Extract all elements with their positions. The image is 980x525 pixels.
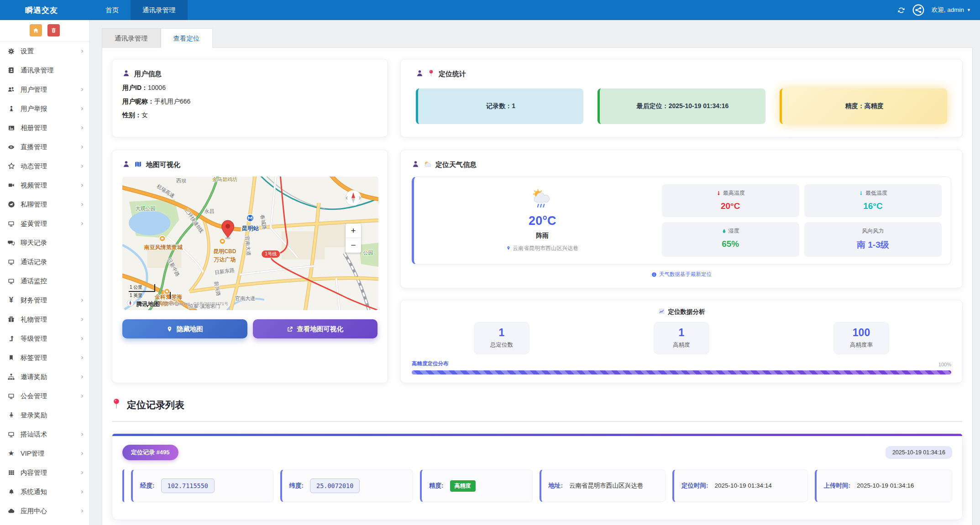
sidebar-item[interactable]: 聊天记录 bbox=[0, 233, 89, 252]
sidebar-item[interactable]: 应用中心› bbox=[0, 501, 89, 520]
sidebar-item[interactable]: 内容管理› bbox=[0, 463, 89, 482]
tab-panel: 用户信息 用户ID：10006用户昵称：手机用户666性别：女 定位统计 记录数… bbox=[102, 47, 973, 525]
map-label: 西坝 bbox=[176, 177, 186, 184]
chevron-right-icon: › bbox=[81, 507, 84, 515]
sidebar-item-label: 视频管理 bbox=[21, 181, 78, 190]
view-map-visualization-button[interactable]: 查看地图可视化 bbox=[253, 319, 378, 338]
chevron-right-icon: › bbox=[81, 373, 84, 381]
map[interactable]: 西坝金马碧鸡坊杭瑞高速永昌大观公园二环快速B线春城路昆明站南亚风情第壹城官南大道… bbox=[122, 177, 378, 310]
analysis-tile: 100高精度率 bbox=[833, 322, 889, 354]
weather-card: 定位天气信息 20°C 阵雨 云南省昆明市西山区兴达巷 最高温度20 bbox=[400, 150, 963, 288]
sidebar-item-label: 用户举报 bbox=[21, 104, 78, 113]
sidebar-item[interactable]: 鉴黄管理› bbox=[0, 214, 89, 233]
sidebar-item[interactable]: 等级管理› bbox=[0, 329, 89, 348]
location-record-card: 定位记录 #495 2025-10-19 01:34:16 经度:102.711… bbox=[112, 433, 963, 520]
sidebar-item[interactable]: 动态管理› bbox=[0, 156, 89, 176]
sidebar-item[interactable]: 私聊管理› bbox=[0, 195, 89, 214]
sidebar-item[interactable]: 通讯录管理 bbox=[0, 61, 89, 80]
zoom-out-button[interactable]: − bbox=[346, 238, 361, 253]
map-label: 大观公园 bbox=[135, 205, 155, 212]
chevron-right-icon: › bbox=[81, 181, 84, 189]
sidebar-item-label: 通话监控 bbox=[21, 277, 84, 286]
field-value: 102.7115550 bbox=[161, 478, 215, 493]
sidebar-item-label: 公会管理 bbox=[21, 392, 78, 400]
bell-icon bbox=[6, 488, 16, 496]
map-label: 金马碧鸡坊 bbox=[212, 177, 237, 182]
refresh-icon[interactable] bbox=[897, 6, 905, 14]
tab-contacts[interactable]: 通讯录管理 bbox=[102, 28, 161, 48]
record-field: 经度:102.7115550 bbox=[131, 469, 273, 502]
send-icon bbox=[6, 201, 16, 208]
sidebar-item[interactable]: 用户举报› bbox=[0, 99, 89, 118]
sidebar-item-label: 邀请奖励 bbox=[21, 373, 78, 381]
avatar[interactable] bbox=[912, 4, 924, 16]
weather-tile: 最低温度16°C bbox=[804, 184, 942, 217]
trash-button[interactable] bbox=[47, 24, 60, 36]
records-section-title: 定位记录列表 bbox=[112, 398, 963, 411]
record-field: 上传时间:2025-10-19 01:34:16 bbox=[815, 469, 953, 502]
level-up-icon bbox=[6, 335, 16, 343]
sidebar-item[interactable]: 登录奖励 bbox=[0, 405, 89, 425]
map-attribution: 腾讯地图 ©2025 Tencent - GS号(2023)1171号 bbox=[127, 300, 228, 308]
address-book-icon bbox=[6, 67, 16, 74]
card-title: 定位天气信息 bbox=[435, 161, 477, 169]
sidebar-item[interactable]: 相册管理› bbox=[0, 118, 89, 137]
map-card: 地图可视化 bbox=[112, 150, 388, 383]
sidebar-item[interactable]: 通话监控 bbox=[0, 271, 89, 291]
sidebar-item[interactable]: 搭讪话术› bbox=[0, 425, 89, 444]
card-title: 用户信息 bbox=[134, 70, 162, 78]
external-link-icon bbox=[287, 326, 293, 332]
hide-map-button[interactable]: 隐藏地图 bbox=[122, 319, 247, 338]
droplet-icon bbox=[722, 228, 727, 234]
zoom-in-button[interactable]: + bbox=[346, 224, 361, 238]
field-value: 高精度 bbox=[450, 480, 476, 492]
video-icon bbox=[6, 182, 16, 189]
sidebar-item-label: VIP管理 bbox=[21, 449, 78, 458]
child-icon bbox=[6, 411, 16, 419]
sidebar-item[interactable]: 视频管理› bbox=[0, 176, 89, 195]
user-info-row: 用户昵称：手机用户666 bbox=[122, 98, 377, 106]
sidebar-item[interactable]: 邀请奖励› bbox=[0, 367, 89, 386]
map-icon bbox=[134, 161, 142, 169]
record-badge: 定位记录 #495 bbox=[122, 445, 178, 460]
sidebar-item[interactable]: 公会管理› bbox=[0, 386, 89, 405]
sidebar-item[interactable]: ¥财务管理› bbox=[0, 291, 89, 310]
sidebar-item[interactable]: 用户管理› bbox=[0, 80, 89, 99]
record-field: 精度:高精度 bbox=[420, 469, 533, 502]
top-navbar: 瞬遇交友 首页 通讯录管理 欢迎, admin▼ bbox=[0, 0, 980, 20]
chevron-right-icon: › bbox=[81, 296, 84, 304]
gears-icon bbox=[6, 47, 16, 55]
tencent-compass-icon bbox=[127, 300, 134, 308]
nav-item-home[interactable]: 首页 bbox=[94, 0, 131, 20]
sidebar-item[interactable]: 礼物管理› bbox=[0, 310, 89, 329]
tab-view-location[interactable]: 查看定位 bbox=[161, 28, 213, 48]
sitemap-icon bbox=[6, 373, 16, 381]
info-icon bbox=[651, 272, 657, 277]
sidebar-item[interactable]: 直播管理› bbox=[0, 137, 89, 156]
sidebar-item[interactable]: 标签管理› bbox=[0, 348, 89, 367]
chevron-right-icon: › bbox=[81, 468, 84, 477]
nav-item-contacts[interactable]: 通讯录管理 bbox=[131, 0, 188, 20]
thermo-red-icon bbox=[716, 190, 721, 196]
home-button[interactable] bbox=[30, 24, 42, 36]
sidebar-item[interactable]: ★VIP管理› bbox=[0, 444, 89, 463]
sidebar-item[interactable]: 系统通知› bbox=[0, 482, 89, 501]
chevron-right-icon: › bbox=[81, 124, 84, 132]
analysis-tile: 1高精度 bbox=[654, 322, 709, 354]
chevron-down-icon: ▼ bbox=[967, 8, 971, 12]
pin-icon bbox=[428, 69, 435, 78]
chevron-right-icon: › bbox=[81, 392, 84, 400]
sidebar-item[interactable]: 通话记录 bbox=[0, 252, 89, 271]
sidebar-item-label: 通讯录管理 bbox=[21, 66, 84, 75]
bookmark-icon bbox=[6, 354, 16, 362]
compass-control[interactable] bbox=[345, 189, 362, 207]
sidebar-item[interactable]: 设置› bbox=[0, 42, 89, 61]
chevron-right-icon: › bbox=[81, 162, 84, 170]
analysis-tile: 1总定位数 bbox=[474, 322, 529, 354]
sidebar-item-label: 标签管理 bbox=[21, 353, 78, 362]
grid-icon bbox=[6, 469, 16, 477]
chevron-right-icon: › bbox=[81, 104, 84, 113]
sidebar-item-label: 聊天记录 bbox=[21, 239, 84, 247]
user-menu[interactable]: 欢迎, admin▼ bbox=[932, 6, 971, 14]
sidebar-actions bbox=[0, 20, 89, 42]
